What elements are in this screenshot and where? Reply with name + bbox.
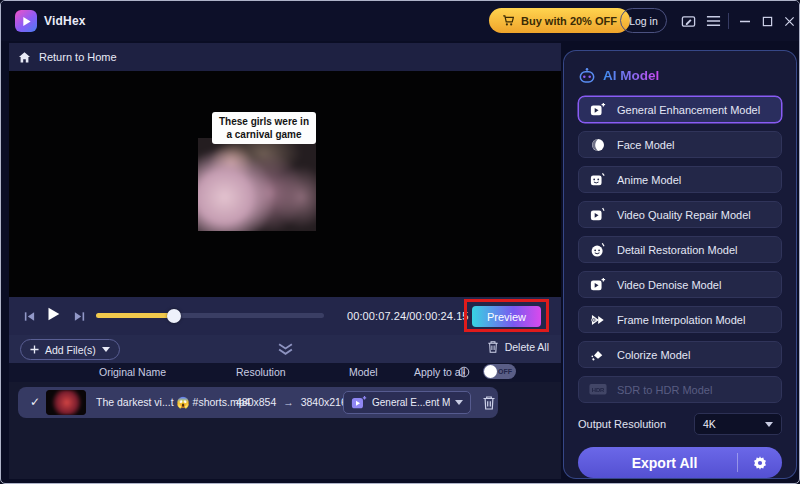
- seek-slider[interactable]: [96, 313, 324, 318]
- time-display: 00:00:07.24/00:00:24.15: [347, 310, 469, 322]
- file-toolbar: Add File(s) Delete All: [9, 335, 561, 363]
- maximize-icon[interactable]: [758, 12, 776, 30]
- sidebar-item-frame-interpolation-model[interactable]: Frame Interpolation Model: [578, 306, 782, 333]
- apply-to-all-toggle[interactable]: OFF: [483, 364, 516, 379]
- face-icon: [589, 136, 607, 154]
- row-delete-icon[interactable]: [482, 395, 496, 411]
- model-item-label: Anime Model: [617, 174, 681, 186]
- model-item-label: Face Model: [617, 139, 674, 151]
- sidebar-item-face-model[interactable]: Face Model: [578, 131, 782, 158]
- caret-down-icon: [102, 347, 110, 352]
- video-caption: These girls were in a carnival game: [212, 112, 316, 144]
- ai-model-panel: AI Model General Enhancement ModelFace M…: [563, 50, 797, 479]
- export-all-button[interactable]: Export All: [578, 447, 782, 478]
- titlebar-divider: [728, 13, 729, 29]
- svg-text:HDR: HDR: [592, 387, 605, 393]
- file-list: ✓ The darkest vi...t 😱 #shorts.mp4 480x8…: [9, 382, 561, 479]
- home-icon: [18, 51, 31, 64]
- play-square-plus-icon: [589, 101, 607, 119]
- feedback-icon[interactable]: [679, 12, 697, 30]
- robot-icon: [578, 66, 596, 84]
- detail-face-icon: [589, 241, 607, 259]
- delete-all-button[interactable]: Delete All: [487, 340, 549, 354]
- row-model-select[interactable]: General E...ent Model: [343, 391, 471, 414]
- caret-down-icon: [765, 422, 773, 427]
- resolution-arrow: →: [279, 396, 298, 408]
- sidebar-item-colorize-model[interactable]: Colorize Model: [578, 341, 782, 368]
- add-file-button[interactable]: Add File(s): [20, 339, 120, 360]
- file-table-header: Original Name Resolution Model Apply to …: [9, 363, 561, 382]
- paint-bucket-icon: [589, 346, 607, 364]
- app-window: VidHex Buy with 20% OFF Log in: [0, 0, 800, 484]
- sidebar-item-general-enhancement-model[interactable]: General Enhancement Model: [578, 96, 782, 123]
- cart-icon: [502, 14, 515, 27]
- sidebar-item-detail-restoration-model[interactable]: Detail Restoration Model: [578, 236, 782, 263]
- gear-icon[interactable]: [738, 455, 782, 471]
- app-title: VidHex: [44, 14, 86, 28]
- file-row[interactable]: ✓ The darkest vi...t 😱 #shorts.mp4 480x8…: [18, 387, 498, 418]
- preview-button[interactable]: Preview: [472, 306, 541, 327]
- return-home-label: Return to Home: [39, 51, 117, 63]
- player-controls: 00:00:07.24/00:00:24.15 Preview: [9, 297, 561, 335]
- sidebar-item-video-quality-repair-model[interactable]: Video Quality Repair Model: [578, 201, 782, 228]
- play-icon[interactable]: [45, 306, 61, 322]
- file-thumbnail: [46, 390, 86, 415]
- sidebar-item-anime-model[interactable]: Anime Model: [578, 166, 782, 193]
- buy-label: Buy with 20% OFF: [521, 15, 617, 27]
- video-frame: [198, 138, 316, 231]
- close-icon[interactable]: [780, 12, 798, 30]
- title-bar: VidHex Buy with 20% OFF Log in: [1, 1, 800, 41]
- row-check-icon[interactable]: ✓: [30, 395, 40, 409]
- next-frame-icon[interactable]: [71, 308, 87, 324]
- model-item-label: Detail Restoration Model: [617, 244, 737, 256]
- sidebar-item-video-denoise-model[interactable]: Video Denoise Model: [578, 271, 782, 298]
- model-list: General Enhancement ModelFace ModelAnime…: [578, 96, 782, 403]
- vidhex-logo-icon: [15, 10, 37, 32]
- play-square-icon: [589, 206, 607, 224]
- hdr-badge-icon: HDR: [589, 381, 607, 399]
- menu-icon[interactable]: [704, 12, 722, 30]
- collapse-panel-icon[interactable]: [277, 343, 294, 356]
- minimize-icon[interactable]: [736, 12, 754, 30]
- return-home-bar[interactable]: Return to Home: [9, 43, 561, 71]
- seek-thumb[interactable]: [167, 309, 181, 323]
- buy-button[interactable]: Buy with 20% OFF: [489, 8, 630, 33]
- output-resolution-label: Output Resolution: [578, 418, 666, 430]
- anime-face-icon: [589, 171, 607, 189]
- play-badge-icon: [351, 395, 367, 411]
- panel-title: AI Model: [603, 68, 659, 83]
- play-square-plus-icon: [589, 276, 607, 294]
- file-resolution: 480x854 → 3840x2160: [236, 396, 353, 408]
- header-original-name: Original Name: [99, 366, 166, 378]
- model-item-label: Frame Interpolation Model: [617, 314, 745, 326]
- trash-icon: [487, 340, 499, 354]
- model-item-label: SDR to HDR Model: [617, 384, 712, 396]
- model-item-label: Video Denoise Model: [617, 279, 721, 291]
- sidebar-item-sdr-to-hdr-model: HDRSDR to HDR Model: [578, 376, 782, 403]
- model-item-label: Colorize Model: [617, 349, 690, 361]
- caret-down-icon: [455, 400, 463, 405]
- previous-frame-icon[interactable]: [21, 308, 37, 324]
- output-resolution-select[interactable]: 4K: [694, 413, 782, 435]
- model-item-label: General Enhancement Model: [617, 104, 760, 116]
- model-item-label: Video Quality Repair Model: [617, 209, 751, 221]
- file-name: The darkest vi...t 😱 #shorts.mp4: [96, 396, 250, 409]
- header-model: Model: [349, 366, 378, 378]
- video-player: These girls were in a carnival game: [9, 71, 561, 297]
- header-resolution: Resolution: [236, 366, 286, 378]
- info-icon[interactable]: [458, 366, 470, 378]
- login-button[interactable]: Log in: [620, 8, 667, 33]
- fast-forward-icon: [589, 311, 607, 329]
